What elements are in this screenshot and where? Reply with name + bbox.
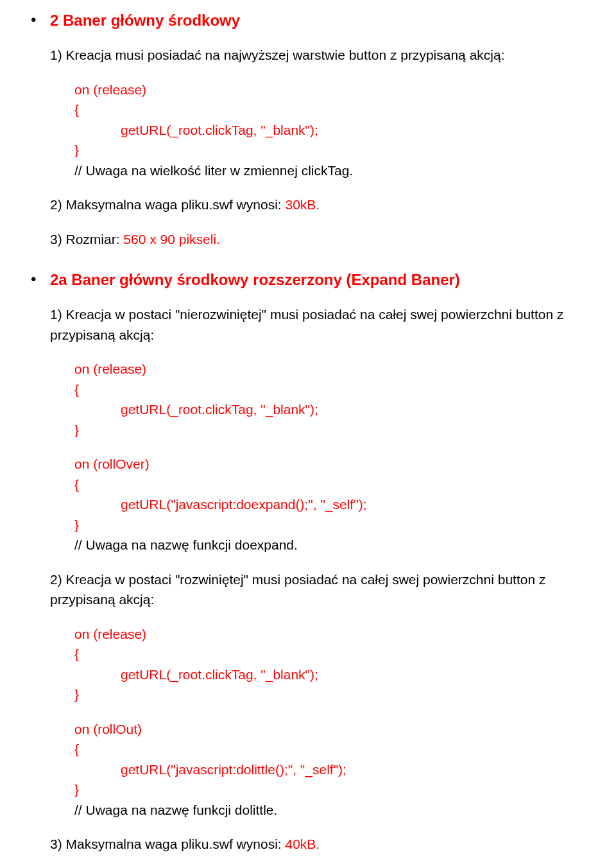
- text-value-red: 40kB.: [285, 837, 320, 851]
- section-2-p3: 3) Maksymalna waga pliku.swf wynosi: 40k…: [50, 834, 585, 855]
- code-line: on (rollOut): [50, 719, 585, 740]
- code-line: {: [50, 474, 585, 495]
- code-comment: // Uwaga na nazwę funkcji doexpand.: [50, 535, 585, 555]
- text-part: 3) Maksymalna waga pliku.swf wynosi:: [50, 837, 285, 851]
- section-1-p3: 3) Rozmiar: 560 x 90 pikseli.: [50, 229, 585, 250]
- text-value-red: 30kB.: [285, 197, 320, 212]
- code-line: on (rollOver): [50, 454, 585, 474]
- section-2-p1: 1) Kreacja w postaci "nierozwiniętej" mu…: [50, 304, 585, 345]
- bullet-icon: •: [31, 268, 50, 859]
- section-2-code-2: on (rollOver) { getURL("javascript:doexp…: [50, 454, 585, 555]
- text-value-red: 560 x 90 pikseli.: [123, 232, 220, 247]
- code-line: }: [50, 779, 585, 800]
- section-1-p2: 2) Maksymalna waga pliku.swf wynosi: 30k…: [50, 195, 585, 215]
- section-1: • 2 Baner główny środkowy 1) Kreacja mus…: [31, 9, 585, 263]
- section-2-code-3: on (release) { getURL(_root.clickTag, "_…: [50, 624, 585, 705]
- section-2: • 2a Baner główny środkowy rozszerzony (…: [31, 268, 585, 859]
- code-line: }: [50, 515, 585, 535]
- text-part: 2) Maksymalna waga pliku.swf wynosi:: [50, 197, 285, 212]
- section-1-content: 2 Baner główny środkowy 1) Kreacja musi …: [50, 9, 585, 263]
- code-line: getURL(_root.clickTag, "_blank");: [50, 664, 585, 685]
- code-line: on (release): [50, 624, 585, 645]
- code-line: getURL("javascript:dolittle();", "_self"…: [50, 759, 585, 780]
- code-line: on (release): [50, 359, 585, 379]
- code-line: }: [50, 420, 585, 440]
- code-line: }: [50, 684, 585, 705]
- section-1-p1: 1) Kreacja musi posiadać na najwyższej w…: [50, 45, 585, 65]
- code-comment: // Uwaga na nazwę funkcji dolittle.: [50, 800, 585, 820]
- code-line: on (release): [50, 80, 585, 100]
- section-2-code-1: on (release) { getURL(_root.clickTag, "_…: [50, 359, 585, 440]
- text-part: 3) Rozmiar:: [50, 232, 123, 247]
- code-line: {: [50, 644, 585, 664]
- section-2-code-4: on (rollOut) { getURL("javascript:dolitt…: [50, 719, 585, 820]
- section-2-p2: 2) Kreacja w postaci "rozwiniętej" musi …: [50, 569, 585, 610]
- code-line: {: [50, 739, 585, 759]
- bullet-icon: •: [31, 9, 50, 263]
- code-line: getURL(_root.clickTag, "_blank");: [50, 120, 585, 141]
- code-line: {: [50, 379, 585, 400]
- code-line: getURL("javascript:doexpand();", "_self"…: [50, 494, 585, 515]
- section-1-code-1: on (release) { getURL(_root.clickTag, "_…: [50, 80, 585, 181]
- code-line: {: [50, 100, 585, 120]
- code-comment: // Uwaga na wielkość liter w zmiennej cl…: [50, 161, 585, 181]
- code-line: getURL(_root.clickTag, "_blank");: [50, 399, 585, 420]
- document-page: • 2 Baner główny środkowy 1) Kreacja mus…: [0, 0, 616, 859]
- section-2-heading: 2a Baner główny środkowy rozszerzony (Ex…: [50, 268, 585, 291]
- section-2-content: 2a Baner główny środkowy rozszerzony (Ex…: [50, 268, 585, 859]
- code-line: }: [50, 140, 585, 161]
- section-1-heading: 2 Baner główny środkowy: [50, 9, 585, 32]
